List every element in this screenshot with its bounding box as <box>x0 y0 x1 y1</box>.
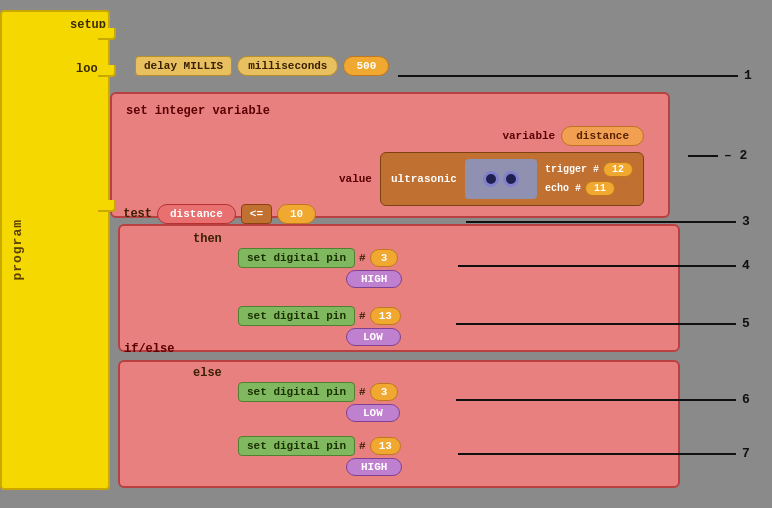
delay-text: delay MILLIS <box>135 56 232 76</box>
digpin-block-4: set digital pin # 13 HIGH <box>238 436 402 476</box>
hash-3: # <box>359 386 366 398</box>
line-marker-1: 1 <box>398 68 752 83</box>
pin-state-2: LOW <box>346 328 401 346</box>
program-block: program <box>0 10 110 490</box>
notch-loop <box>98 65 116 77</box>
value-row: value ultrasonic trigger # 12 echo # 11 <box>126 152 654 206</box>
line-marker-4: 4 <box>458 258 750 273</box>
value-label: value <box>339 173 372 185</box>
pin-num-3: 3 <box>370 383 399 401</box>
delay-block: delay MILLIS milliseconds 500 <box>135 56 389 76</box>
line-marker-7: 7 <box>458 446 750 461</box>
line-3 <box>466 221 736 223</box>
marker-1: 1 <box>744 68 752 83</box>
set-integer-label: set integer variable <box>126 104 654 118</box>
digpin-row-3: set digital pin # 3 <box>238 382 400 402</box>
variable-row: variable distance <box>126 126 654 146</box>
sensor-image <box>465 159 537 199</box>
distance-pill: distance <box>157 204 236 224</box>
digpin-block-1: set digital pin # 3 HIGH <box>238 248 402 288</box>
pin-state-3: LOW <box>346 404 400 422</box>
line-7 <box>458 453 736 455</box>
notch-ifelse <box>98 200 116 212</box>
line-1 <box>398 75 738 77</box>
digpin-row-1: set digital pin # 3 <box>238 248 402 268</box>
line-marker-2: – 2 <box>688 148 747 163</box>
sensor-eye-right <box>503 171 519 187</box>
marker-7: 7 <box>742 446 750 461</box>
marker-5: 5 <box>742 316 750 331</box>
trigger-value: 12 <box>603 162 633 177</box>
ultrasonic-label: ultrasonic <box>391 173 457 185</box>
echo-value: 11 <box>585 181 615 196</box>
line-marker-6: 6 <box>456 392 750 407</box>
line-2 <box>688 155 718 157</box>
op-pill: <= <box>241 204 272 224</box>
test-row: test distance <= 10 <box>110 204 316 224</box>
marker-3: 3 <box>742 214 750 229</box>
digpin-label-2: set digital pin <box>238 306 355 326</box>
sensor-eye-left <box>483 171 499 187</box>
set-integer-block: set integer variable variable distance v… <box>110 92 670 218</box>
ifelse-label: if/else <box>124 342 174 356</box>
variable-label: variable <box>502 130 555 142</box>
hash-1: # <box>359 252 366 264</box>
digpin-row-4: set digital pin # 13 <box>238 436 402 456</box>
marker-4: 4 <box>742 258 750 273</box>
digpin-label-4: set digital pin <box>238 436 355 456</box>
trigger-echo-group: trigger # 12 echo # 11 <box>545 162 633 196</box>
line-6 <box>456 399 736 401</box>
pin-state-1: HIGH <box>346 270 402 288</box>
hash-2: # <box>359 310 366 322</box>
marker-6: 6 <box>742 392 750 407</box>
digpin-label-1: set digital pin <box>238 248 355 268</box>
digpin-block-2: set digital pin # 13 LOW <box>238 306 401 346</box>
line-marker-5: 5 <box>456 316 750 331</box>
variable-name: distance <box>561 126 644 146</box>
marker-2: – 2 <box>724 148 747 163</box>
pin-num-4: 13 <box>370 437 401 455</box>
digpin-block-3: set digital pin # 3 LOW <box>238 382 400 422</box>
then-label: then <box>193 232 222 246</box>
line-5 <box>456 323 736 325</box>
ultrasonic-block: ultrasonic trigger # 12 echo # 11 <box>380 152 644 206</box>
pin-num-2: 13 <box>370 307 401 325</box>
trigger-label: trigger # <box>545 164 599 175</box>
program-label: program <box>10 219 25 281</box>
delay-value: 500 <box>343 56 389 76</box>
digpin-label-3: set digital pin <box>238 382 355 402</box>
pin-state-4: HIGH <box>346 458 402 476</box>
else-label: else <box>193 366 222 380</box>
echo-row: echo # 11 <box>545 181 633 196</box>
test-value-pill: 10 <box>277 204 316 224</box>
test-label: test <box>110 207 152 221</box>
pin-num-1: 3 <box>370 249 399 267</box>
digpin-row-2: set digital pin # 13 <box>238 306 401 326</box>
line-4 <box>458 265 736 267</box>
delay-unit: milliseconds <box>237 56 338 76</box>
notch-setup <box>98 28 116 40</box>
trigger-row: trigger # 12 <box>545 162 633 177</box>
hash-4: # <box>359 440 366 452</box>
echo-label: echo # <box>545 183 581 194</box>
